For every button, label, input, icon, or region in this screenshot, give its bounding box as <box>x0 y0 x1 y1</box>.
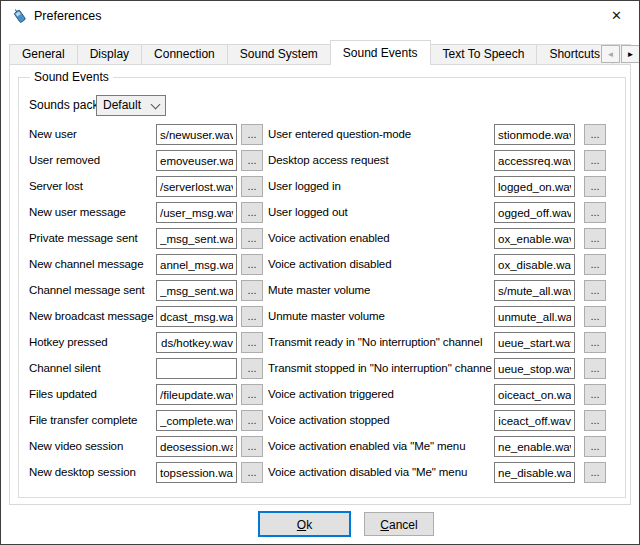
browse-button-left-6[interactable]: ... <box>241 280 263 301</box>
sound-file-input-left-9[interactable] <box>156 358 237 379</box>
tab-display[interactable]: Display <box>77 44 142 65</box>
sound-event-label-left-10: Files updated <box>29 384 155 405</box>
browse-button-right-3[interactable]: ... <box>584 202 606 223</box>
tab-general[interactable]: General <box>9 44 78 65</box>
groupbox-title: Sound Events <box>30 70 113 84</box>
tab-scroll-left-icon[interactable]: ◄ <box>601 45 620 63</box>
cancel-button[interactable]: Cancel <box>364 512 434 536</box>
sound-file-input-right-10[interactable] <box>494 384 575 405</box>
browse-button-left-11[interactable]: ... <box>241 410 263 431</box>
sound-event-label-left-9: Channel silent <box>29 358 155 379</box>
sound-event-label-left-2: Server lost <box>29 176 155 197</box>
browse-button-right-2[interactable]: ... <box>584 176 606 197</box>
browse-button-right-8[interactable]: ... <box>584 332 606 353</box>
sound-file-input-right-5[interactable] <box>494 254 575 275</box>
browse-button-left-2[interactable]: ... <box>241 176 263 197</box>
tab-sound-events[interactable]: Sound Events <box>330 40 431 65</box>
browse-button-right-4[interactable]: ... <box>584 228 606 249</box>
sound-file-input-left-6[interactable] <box>156 280 237 301</box>
sound-file-input-left-2[interactable] <box>156 176 237 197</box>
browse-button-left-10[interactable]: ... <box>241 384 263 405</box>
sound-file-input-left-11[interactable] <box>156 410 237 431</box>
browse-button-right-10[interactable]: ... <box>584 384 606 405</box>
sounds-pack-value: Default <box>103 98 141 112</box>
sound-file-input-left-10[interactable] <box>156 384 237 405</box>
sound-file-input-right-11[interactable] <box>494 410 575 431</box>
sound-file-input-left-7[interactable] <box>156 306 237 327</box>
tab-scroll-right-icon[interactable]: ► <box>621 45 640 63</box>
sound-file-input-right-1[interactable] <box>494 150 575 171</box>
browse-button-right-11[interactable]: ... <box>584 410 606 431</box>
browse-button-left-5[interactable]: ... <box>241 254 263 275</box>
sound-event-label-right-6: Mute master volume <box>268 280 492 301</box>
sound-file-input-left-3[interactable] <box>156 202 237 223</box>
ok-button[interactable]: Ok <box>258 511 351 537</box>
sound-file-input-right-2[interactable] <box>494 176 575 197</box>
browse-button-left-1[interactable]: ... <box>241 150 263 171</box>
tab-connection[interactable]: Connection <box>141 44 228 65</box>
sound-file-input-left-0[interactable] <box>156 124 237 145</box>
sound-file-input-left-13[interactable] <box>156 462 237 483</box>
browse-button-left-0[interactable]: ... <box>241 124 263 145</box>
sound-file-input-right-6[interactable] <box>494 280 575 301</box>
browse-button-right-7[interactable]: ... <box>584 306 606 327</box>
sound-file-input-right-3[interactable] <box>494 202 575 223</box>
sound-event-label-right-9: Transmit stopped in "No interruption" ch… <box>268 358 492 379</box>
browse-button-right-0[interactable]: ... <box>584 124 606 145</box>
sound-event-label-right-4: Voice activation enabled <box>268 228 492 249</box>
sound-file-input-left-5[interactable] <box>156 254 237 275</box>
sound-file-input-right-0[interactable] <box>494 124 575 145</box>
sound-file-input-left-8[interactable] <box>156 332 237 353</box>
browse-button-right-5[interactable]: ... <box>584 254 606 275</box>
titlebar[interactable]: Preferences ✕ <box>1 1 639 31</box>
window-title: Preferences <box>34 1 101 31</box>
sound-event-label-right-1: Desktop access request <box>268 150 492 171</box>
browse-button-right-1[interactable]: ... <box>584 150 606 171</box>
sound-event-label-left-13: New desktop session <box>29 462 155 483</box>
browse-button-left-13[interactable]: ... <box>241 462 263 483</box>
sound-event-label-left-6: Channel message sent <box>29 280 155 301</box>
sound-file-input-right-7[interactable] <box>494 306 575 327</box>
browse-button-right-12[interactable]: ... <box>584 436 606 457</box>
sound-event-label-left-0: New user <box>29 124 155 145</box>
browse-button-left-12[interactable]: ... <box>241 436 263 457</box>
sound-file-input-right-13[interactable] <box>494 462 575 483</box>
sound-event-label-right-7: Unmute master volume <box>268 306 492 327</box>
sound-file-input-left-4[interactable] <box>156 228 237 249</box>
browse-button-left-4[interactable]: ... <box>241 228 263 249</box>
sound-event-label-left-11: File transfer complete <box>29 410 155 431</box>
sound-event-label-left-7: New broadcast message <box>29 306 155 327</box>
browse-button-right-6[interactable]: ... <box>584 280 606 301</box>
browse-button-left-7[interactable]: ... <box>241 306 263 327</box>
sound-file-input-left-1[interactable] <box>156 150 237 171</box>
app-icon <box>11 8 27 24</box>
sound-event-label-left-8: Hotkey pressed <box>29 332 155 353</box>
sound-file-input-right-9[interactable] <box>494 358 575 379</box>
sound-event-label-left-5: New channel message <box>29 254 155 275</box>
sounds-pack-combobox[interactable]: Default <box>96 95 166 116</box>
sound-event-label-right-10: Voice activation triggered <box>268 384 492 405</box>
sound-file-input-right-8[interactable] <box>494 332 575 353</box>
tab-strip: GeneralDisplayConnectionSound SystemSoun… <box>9 38 631 65</box>
tab-sound-system[interactable]: Sound System <box>227 44 331 65</box>
sound-event-label-left-1: User removed <box>29 150 155 171</box>
browse-button-right-9[interactable]: ... <box>584 358 606 379</box>
sound-event-label-left-4: Private message sent <box>29 228 155 249</box>
sound-event-label-left-12: New video session <box>29 436 155 457</box>
browse-button-left-8[interactable]: ... <box>241 332 263 353</box>
sound-file-input-right-12[interactable] <box>494 436 575 457</box>
browse-button-left-9[interactable]: ... <box>241 358 263 379</box>
tab-text-to-speech[interactable]: Text To Speech <box>430 44 538 65</box>
sound-event-label-right-11: Voice activation stopped <box>268 410 492 431</box>
chevron-down-icon <box>151 100 161 110</box>
sounds-pack-label: Sounds pack <box>29 95 98 115</box>
sound-event-label-right-3: User logged out <box>268 202 492 223</box>
close-icon[interactable]: ✕ <box>594 1 639 31</box>
preferences-dialog: Preferences ✕ GeneralDisplayConnectionSo… <box>0 0 640 545</box>
sound-event-label-right-12: Voice activation enabled via "Me" menu <box>268 436 492 457</box>
sound-file-input-right-4[interactable] <box>494 228 575 249</box>
browse-button-left-3[interactable]: ... <box>241 202 263 223</box>
browse-button-right-13[interactable]: ... <box>584 462 606 483</box>
sound-event-label-right-0: User entered question-mode <box>268 124 492 145</box>
sound-file-input-left-12[interactable] <box>156 436 237 457</box>
